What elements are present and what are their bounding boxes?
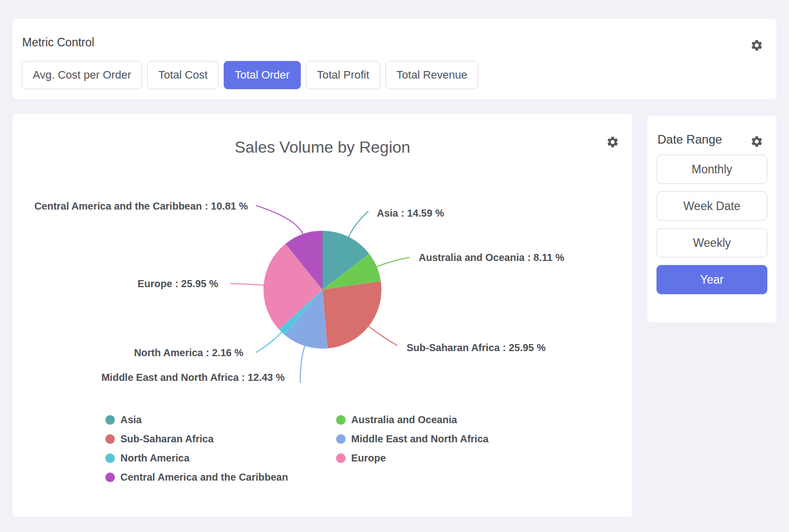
metric-control-title: Metric Control — [22, 36, 94, 49]
legend-item-sub-saharan-africa[interactable]: Sub-Saharan Africa — [105, 429, 288, 448]
pie-label-line-middle-east-and-north-africa — [300, 345, 305, 383]
date-range-title: Date Range — [658, 132, 722, 147]
legend-label: Central America and the Caribbean — [120, 472, 288, 483]
legend-label: Asia — [120, 414, 142, 426]
metric-button-total-profit[interactable]: Total Profit — [306, 61, 380, 89]
legend-label: Sub-Saharan Africa — [120, 433, 214, 445]
legend-item-north-america[interactable]: North America — [105, 448, 288, 468]
metric-button-group: Avg. Cost per OrderTotal CostTotal Order… — [22, 61, 478, 89]
dashboard-page: Metric Control Avg. Cost per OrderTotal … — [0, 0, 789, 532]
sales-volume-chart-panel: Sales Volume by Region Asia : 14.59 %Aus… — [13, 114, 632, 517]
legend-swatch-north-america — [105, 453, 115, 463]
legend-column-2: Australia and OceaniaMiddle East and Nor… — [336, 410, 489, 468]
pie-label-central-america-and-the-caribbean: Central America and the Caribbean : 10.8… — [34, 201, 248, 212]
date-range-button-group: MonthlyWeek DateWeeklyYear — [656, 155, 767, 294]
pie-label-asia: Asia : 14.59 % — [377, 208, 444, 219]
chart-legend: AsiaSub-Saharan AfricaNorth AmericaCentr… — [13, 410, 632, 496]
pie-label-line-europe — [230, 284, 265, 285]
legend-label: Australia and Oceania — [351, 414, 457, 426]
metric-button-total-order[interactable]: Total Order — [224, 61, 301, 89]
pie-label-australia-and-oceania: Australia and Oceania : 8.11 % — [419, 252, 564, 263]
metric-button-avg-cost-per-order[interactable]: Avg. Cost per Order — [22, 61, 142, 89]
legend-column-1: AsiaSub-Saharan AfricaNorth AmericaCentr… — [105, 410, 288, 487]
legend-item-central-america-and-the-caribbean[interactable]: Central America and the Caribbean — [105, 468, 288, 487]
pie-slice-sub-saharan-africa[interactable] — [322, 281, 381, 348]
gear-icon — [606, 136, 619, 149]
date-range-button-week-date[interactable]: Week Date — [656, 191, 767, 221]
pie-label-north-america: North America : 2.16 % — [134, 347, 243, 358]
date-range-button-year[interactable]: Year — [656, 265, 767, 294]
pie-chart: Asia : 14.59 %Australia and Oceania : 8.… — [13, 164, 632, 396]
metric-settings-gear-icon[interactable] — [750, 39, 763, 52]
gear-icon — [750, 135, 763, 148]
legend-label: Middle East and North Africa — [351, 433, 489, 445]
pie-label-sub-saharan-africa: Sub-Saharan Africa : 25.95 % — [407, 342, 546, 353]
pie-label-line-north-america — [256, 331, 282, 353]
pie-label-middle-east-and-north-africa: Middle East and North Africa : 12.43 % — [101, 372, 285, 383]
chart-title: Sales Volume by Region — [13, 138, 632, 157]
metric-button-total-cost[interactable]: Total Cost — [147, 61, 219, 89]
legend-swatch-central-america-and-the-caribbean — [105, 473, 115, 482]
legend-item-middle-east-and-north-africa[interactable]: Middle East and North Africa — [336, 429, 489, 448]
legend-item-australia-and-oceania[interactable]: Australia and Oceania — [336, 410, 489, 429]
legend-swatch-middle-east-and-north-africa — [336, 434, 346, 444]
metric-button-total-revenue[interactable]: Total Revenue — [385, 61, 479, 89]
legend-label: Europe — [351, 452, 386, 464]
pie-label-line-asia — [348, 211, 368, 238]
pie-label-europe: Europe : 25.95 % — [138, 278, 218, 289]
pie-label-line-central-america-and-the-caribbean — [256, 206, 303, 235]
legend-item-europe[interactable]: Europe — [336, 448, 489, 468]
pie-label-line-australia-and-oceania — [376, 257, 410, 267]
legend-label: North America — [120, 452, 189, 464]
date-range-panel: Date Range MonthlyWeek DateWeeklyYear — [647, 116, 776, 322]
gear-icon — [750, 39, 763, 52]
legend-swatch-europe — [336, 453, 346, 463]
legend-item-asia[interactable]: Asia — [105, 410, 288, 429]
legend-swatch-sub-saharan-africa — [105, 434, 115, 444]
metric-control-panel: Metric Control Avg. Cost per OrderTotal … — [13, 19, 776, 99]
date-range-button-weekly[interactable]: Weekly — [656, 228, 767, 257]
legend-swatch-australia-and-oceania — [336, 415, 346, 425]
date-range-settings-gear-icon[interactable] — [750, 135, 763, 148]
date-range-button-monthly[interactable]: Monthly — [656, 155, 767, 184]
chart-settings-gear-icon[interactable] — [606, 136, 619, 149]
legend-swatch-asia — [105, 415, 115, 425]
pie-label-line-sub-saharan-africa — [368, 325, 398, 346]
